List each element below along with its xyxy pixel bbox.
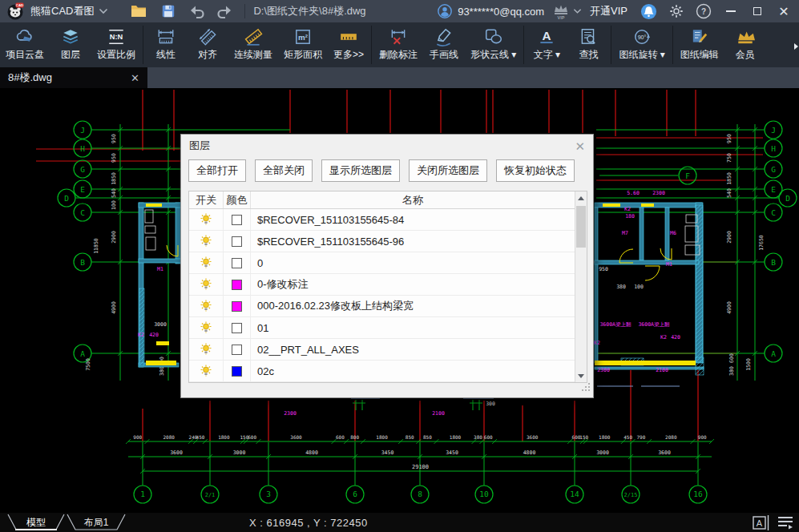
toolbar-item-edit-drawing[interactable]: 图纸编辑 xyxy=(675,22,724,67)
layer-color-cell[interactable] xyxy=(224,296,251,316)
save-button[interactable] xyxy=(161,4,176,18)
layer-name[interactable]: 01 xyxy=(251,317,575,338)
layer-color-cell[interactable] xyxy=(224,252,251,273)
toolbar-item-rect-area[interactable]: m²矩形面积 xyxy=(278,22,328,67)
account-email[interactable]: 93******0@qq.com xyxy=(458,6,544,18)
layers-dialog-button-4[interactable]: 恢复初始状态 xyxy=(496,159,575,182)
layer-color-swatch[interactable] xyxy=(232,323,242,333)
layer-visibility-bulb-icon[interactable] xyxy=(189,274,224,295)
layer-row[interactable]: 02c xyxy=(189,361,575,382)
scrollbar-thumb[interactable] xyxy=(576,206,586,248)
layers-dialog-button-2[interactable]: 显示所选图层 xyxy=(321,159,400,182)
layer-color-swatch[interactable] xyxy=(232,301,242,312)
layer-visibility-bulb-icon[interactable] xyxy=(189,252,224,273)
annotation-toggle-icon[interactable]: A xyxy=(753,514,770,532)
layer-color-swatch[interactable] xyxy=(232,215,242,225)
dialog-resize-grip[interactable] xyxy=(581,381,591,395)
layer-name[interactable]: $RECOVER_151103155645-84 xyxy=(251,209,575,230)
toolbar-item-freehand-line[interactable]: 手画线 xyxy=(423,22,465,67)
layer-visibility-bulb-icon[interactable] xyxy=(189,339,224,360)
layer-color-swatch[interactable] xyxy=(232,236,242,247)
layer-row[interactable]: 02__PRT_ALL_AXES xyxy=(189,339,575,361)
layer-name[interactable]: 000-2016.02.23修改板上结构梁宽 xyxy=(251,296,575,316)
layer-visibility-bulb-icon[interactable] xyxy=(189,231,224,252)
tab-close-icon[interactable]: ✕ xyxy=(131,72,139,84)
document-tab[interactable]: 8#楼.dwg ✕ xyxy=(0,67,147,88)
maximize-button[interactable] xyxy=(750,4,765,18)
toolbar-overflow-arrow-icon[interactable] xyxy=(794,43,798,50)
svg-text:2080: 2080 xyxy=(665,434,677,440)
toolbar-item-rotate-drawing[interactable]: 90°图纸旋转 ▾ xyxy=(613,22,670,67)
layer-color-cell[interactable] xyxy=(224,209,251,230)
toolbar-item-member[interactable]: 会员 xyxy=(724,22,766,67)
column-header-color[interactable]: 颜色 xyxy=(224,191,251,208)
svg-text:2900: 2900 xyxy=(726,231,732,244)
column-header-switch[interactable]: 开关 xyxy=(189,191,224,208)
open-file-button[interactable] xyxy=(131,4,147,18)
app-menu-chevron-icon[interactable] xyxy=(99,8,108,14)
layers-dialog-header[interactable]: 图层 ✕ xyxy=(181,135,593,157)
toolbar-item-set-scale[interactable]: N:N设置比例 xyxy=(91,22,141,67)
model-tab[interactable]: 模型 xyxy=(8,514,64,530)
notification-bell-icon[interactable] xyxy=(640,3,657,20)
layer-color-cell[interactable] xyxy=(224,317,251,338)
layer-name[interactable]: 0 xyxy=(251,252,575,273)
toolbar-item-aligned-dim[interactable]: 对齐 xyxy=(187,22,228,67)
layer-visibility-bulb-icon[interactable] xyxy=(189,296,224,316)
layer-row[interactable]: 0-修改标注 xyxy=(189,274,575,296)
layer-row[interactable]: 000-2016.02.23修改板上结构梁宽 xyxy=(189,296,575,317)
toolbar-item-text[interactable]: A文字 ▾ xyxy=(526,22,567,67)
svg-text:1800: 1800 xyxy=(376,434,388,440)
close-button[interactable]: ✕ xyxy=(777,4,791,18)
layer-row[interactable]: $RECOVER_151103155645-96 xyxy=(189,231,575,252)
layer-visibility-bulb-icon[interactable] xyxy=(189,209,224,230)
toolbar-item-project-cloud[interactable]: 项目云盘 xyxy=(0,22,50,67)
layer-color-swatch[interactable] xyxy=(232,345,242,355)
layers-dialog-button-3[interactable]: 关闭所选图层 xyxy=(409,159,487,182)
toolbar-item-continuous-measure[interactable]: 连续测量 xyxy=(228,22,278,67)
layer-color-cell[interactable] xyxy=(224,339,251,360)
scroll-up-icon[interactable] xyxy=(575,191,587,204)
layer-row[interactable]: 01 xyxy=(189,317,575,339)
vip-crown-icon[interactable]: VIP xyxy=(552,2,570,20)
column-header-name[interactable]: 名称 xyxy=(251,191,575,208)
open-vip-button[interactable]: 开通VIP xyxy=(590,4,627,18)
layer-row[interactable]: 0 xyxy=(189,252,575,274)
layer-color-cell[interactable] xyxy=(224,274,251,295)
toolbar-item-linear-dim[interactable]: 线性 xyxy=(145,22,187,67)
layer-visibility-bulb-icon[interactable] xyxy=(189,361,224,381)
layer-row[interactable]: $RECOVER_151103155645-84 xyxy=(189,209,575,231)
dialog-close-icon[interactable]: ✕ xyxy=(575,140,585,152)
svg-text:750: 750 xyxy=(726,153,732,163)
minimize-button[interactable] xyxy=(724,4,738,18)
layers-scrollbar[interactable] xyxy=(575,191,587,382)
user-avatar-icon[interactable] xyxy=(437,3,453,19)
layers-dialog-title: 图层 xyxy=(189,139,210,153)
layers-dialog-button-1[interactable]: 全部关闭 xyxy=(255,159,313,182)
layer-color-cell[interactable] xyxy=(224,231,251,252)
layers-dialog-button-0[interactable]: 全部打开 xyxy=(188,159,246,182)
toolbar-item-delete-dim[interactable]: 删除标注 xyxy=(373,22,423,67)
toolbar-item-find[interactable]: 查找 xyxy=(567,22,609,67)
undo-button[interactable] xyxy=(188,3,206,19)
vip-chevron-icon[interactable] xyxy=(573,8,582,14)
layer-color-swatch[interactable] xyxy=(232,258,242,268)
redo-button[interactable] xyxy=(216,3,233,19)
toolbar-item-shape-cloud[interactable]: 形状云线 ▾ xyxy=(465,22,522,67)
layer-name[interactable]: 02__PRT_ALL_AXES xyxy=(251,339,575,360)
layer-name[interactable]: $RECOVER_151103155645-96 xyxy=(251,231,575,252)
menu-icon[interactable] xyxy=(777,514,794,532)
toolbar-item-more[interactable]: 更多>> xyxy=(328,22,369,67)
layer-name[interactable]: 0-修改标注 xyxy=(251,274,575,295)
settings-gear-icon[interactable] xyxy=(668,3,684,19)
svg-text:380: 380 xyxy=(159,366,165,376)
layer-name[interactable]: 02c xyxy=(251,361,575,381)
layer-visibility-bulb-icon[interactable] xyxy=(189,317,224,338)
layout1-tab[interactable]: 布局1 xyxy=(67,514,125,530)
svg-text:2300: 2300 xyxy=(597,367,610,373)
help-icon[interactable]: ? xyxy=(696,3,712,19)
toolbar-item-layers[interactable]: 图层 xyxy=(50,22,91,67)
layer-color-swatch[interactable] xyxy=(232,280,242,290)
layer-color-swatch[interactable] xyxy=(232,366,242,377)
layer-color-cell[interactable] xyxy=(224,361,251,381)
